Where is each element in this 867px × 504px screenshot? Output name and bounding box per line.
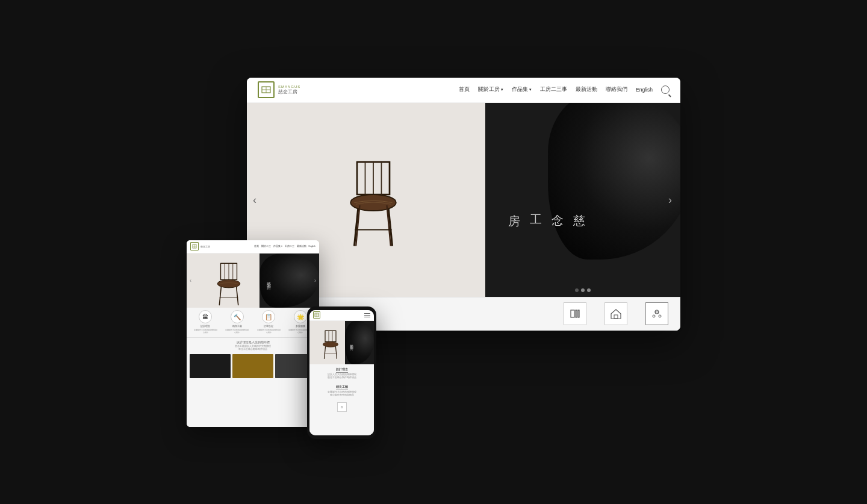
nav-news[interactable]: 最新活動 — [576, 86, 597, 93]
nav-english[interactable]: English — [636, 87, 653, 93]
tablet-hero-right: 慈念工房 › — [259, 254, 319, 308]
phone-bottom-icon[interactable]: ⌂ — [337, 402, 347, 412]
tablet-frame: 慈念工房 首頁 關於二三 作品集 ▾ 工房二三 最新活動 English ‹ — [187, 240, 319, 427]
nav-links: 首頁 關於工房 作品集 工房二三事 最新活動 聯絡我們 English — [459, 86, 670, 94]
nav-works[interactable]: 作品集 — [512, 86, 532, 93]
tablet-logo-text: 慈念工房 — [200, 245, 210, 248]
hamburger-line-2 — [364, 315, 370, 316]
svg-rect-15 — [578, 310, 579, 317]
tablet-design-label: 設計理念 — [200, 325, 210, 328]
phone-hero-text: 慈念工房 — [349, 341, 354, 344]
phone-divider-2 — [336, 390, 348, 390]
tablet-image-1 — [190, 354, 231, 378]
phone-hero-left — [309, 321, 345, 364]
nav-logo: SMANGUS 慈念工房 — [258, 81, 300, 98]
tablet-order-desc: 金屬製作大自然的精神體現精心製作 — [256, 329, 281, 334]
phone-frame: 慈念工房 設計理念 設計人文大自然的精神體現 慈念工匠精心製作每件物品 精良工藝… — [307, 306, 376, 439]
hero-right-panel: 慈 念 工 房 › — [485, 103, 680, 297]
svg-point-19 — [659, 315, 661, 317]
nav-about[interactable]: 關於工房 — [478, 86, 503, 93]
tablet-logo: 慈念工房 — [190, 242, 210, 250]
logo-icon — [258, 81, 275, 98]
nav-stories[interactable]: 工房二三事 — [540, 86, 567, 93]
tablet-nav-home[interactable]: 首頁 — [254, 245, 259, 247]
search-icon[interactable] — [661, 86, 670, 94]
phone-section-2-desc2: 精心製作每件精美物品 — [312, 394, 371, 397]
bottom-icon-3[interactable] — [645, 302, 668, 325]
tablet-hero-left: ‹ — [187, 254, 259, 308]
phone-content: 設計理念 設計人文大自然的精神體現 慈念工匠精心製作每件物品 精良工藝 金屬製作… — [309, 364, 374, 435]
ink-splash — [548, 103, 680, 260]
hamburger-line-1 — [364, 313, 370, 314]
hero-dot-1[interactable] — [575, 288, 579, 292]
tablet-prev-button[interactable]: ‹ — [190, 278, 191, 284]
tablet-nav-news[interactable]: 最新活動 — [297, 245, 306, 247]
phone-screen: 慈念工房 設計理念 設計人文大自然的精神體現 慈念工匠精心製作每件物品 精良工藝… — [309, 310, 374, 435]
svg-point-28 — [217, 279, 240, 288]
phone-icon-row: ⌂ — [312, 402, 371, 412]
desktop-nav: SMANGUS 慈念工房 首頁 關於工房 作品集 工房二三事 最新活動 聯絡我們… — [247, 78, 680, 103]
tablet-content: 設計理念是人生的指向標 慈念工藝源自人文精神的完整體現 每位工匠精心雕琢每件物品 — [187, 338, 319, 427]
nav-contact[interactable]: 聯絡我們 — [606, 86, 627, 93]
tablet-craft-icon: 🔨 — [231, 310, 244, 323]
phone-section-2: 精良工藝 金屬製作大自然的精神體現 精心製作每件精美物品 — [312, 385, 371, 397]
svg-line-40 — [336, 346, 337, 359]
tablet-design-icon: 🏛 — [199, 310, 212, 323]
hero-dots — [575, 288, 591, 292]
tablet-icons-row: 🏛 設計理念 金屬製作大自然的精神體現精心製作 🔨 精良工藝 金屬製作大自然的精… — [187, 308, 319, 338]
svg-rect-14 — [576, 310, 577, 317]
tablet-nav-links: 首頁 關於二三 作品集 ▾ 工房二三 最新活動 English — [254, 245, 315, 247]
hero-prev-button[interactable]: ‹ — [253, 193, 256, 206]
tablet-nav-stories[interactable]: 工房二三 — [285, 245, 294, 247]
tablet-craft-desc: 金屬製作大自然的精神體現精心製作 — [225, 329, 249, 334]
svg-line-30 — [236, 287, 238, 305]
tablet-image-2 — [232, 354, 273, 378]
phone-hero: 慈念工房 — [309, 321, 374, 364]
svg-rect-16 — [614, 315, 618, 319]
bottom-icon-2[interactable] — [604, 302, 627, 325]
tablet-hero: ‹ — [187, 254, 319, 308]
tablet-logo-icon — [190, 242, 199, 250]
tablet-order-icon: 📋 — [262, 310, 275, 323]
phone-section-1-desc2: 慈念工匠精心製作每件物品 — [312, 376, 371, 379]
phone-section-2-title: 精良工藝 — [312, 385, 371, 388]
tablet-service-label: 多重服務 — [296, 325, 305, 328]
hero-dot-3[interactable] — [587, 288, 591, 292]
svg-point-38 — [323, 341, 338, 347]
tablet-service-icon: 🌟 — [294, 310, 307, 323]
phone-section-1: 設計理念 設計人文大自然的精神體現 慈念工匠精心製作每件物品 — [312, 367, 371, 380]
nav-home[interactable]: 首頁 — [459, 86, 470, 93]
logo-brand-text: SMANGUS 慈念工房 — [278, 85, 300, 95]
svg-line-29 — [219, 287, 221, 305]
tablet-design-desc: 金屬製作大自然的精神體現精心製作 — [193, 329, 217, 334]
svg-point-18 — [653, 315, 655, 317]
hero-next-button[interactable]: › — [668, 193, 672, 206]
mockup-container: SMANGUS 慈念工房 首頁 關於工房 作品集 工房二三事 最新活動 聯絡我們… — [187, 78, 680, 427]
bottom-icon-1[interactable] — [564, 302, 586, 325]
hero-title-text: 慈 念 工 房 — [503, 193, 590, 207]
hamburger-line-3 — [364, 317, 370, 317]
tablet-next-button[interactable]: › — [314, 278, 316, 284]
phone-section-1-title: 設計理念 — [312, 367, 371, 371]
tablet-nav: 慈念工房 首頁 關於二三 作品集 ▾ 工房二三 最新活動 English — [187, 240, 319, 254]
phone-hamburger-menu[interactable] — [364, 313, 370, 317]
hero-dot-2[interactable] — [581, 288, 585, 292]
phone-nav — [309, 310, 374, 321]
tablet-images-row — [187, 351, 319, 381]
tablet-section-title: 設計理念是人生的指向標 — [187, 338, 319, 345]
tablet-craft-label: 精良工藝 — [232, 325, 242, 328]
tablet-nav-about[interactable]: 關於二三 — [261, 245, 271, 247]
tablet-nav-works[interactable]: 作品集 ▾ — [273, 245, 282, 247]
tablet-nav-english[interactable]: English — [309, 245, 315, 247]
tablet-hero-text: 慈念工房 — [266, 278, 272, 283]
svg-line-39 — [325, 346, 326, 359]
tablet-icon-order[interactable]: 📋 訂單告定 金屬製作大自然的精神體現精心製作 — [256, 310, 281, 334]
tablet-order-label: 訂單告定 — [264, 325, 273, 328]
hero-chair-image — [337, 151, 409, 260]
phone-hero-right: 慈念工房 — [345, 321, 374, 364]
tablet-icon-craft[interactable]: 🔨 精良工藝 金屬製作大自然的精神體現精心製作 — [225, 310, 249, 334]
svg-rect-13 — [571, 310, 574, 317]
phone-logo-icon — [313, 311, 320, 319]
tablet-icon-design[interactable]: 🏛 設計理念 金屬製作大自然的精神體現精心製作 — [193, 310, 217, 334]
phone-divider-1 — [336, 372, 348, 373]
